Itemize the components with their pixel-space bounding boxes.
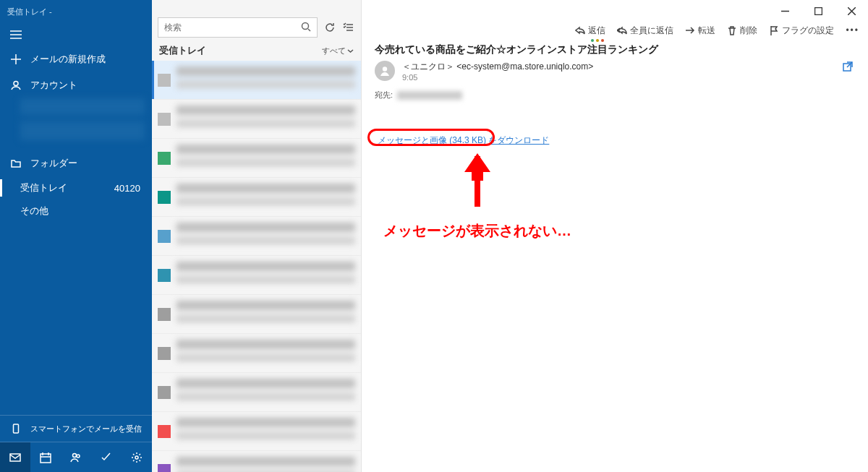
nav-settings[interactable] [122,442,152,473]
filter-label: すべて [322,46,346,56]
download-message-link[interactable]: メッセージと画像 (34.3 KB) をダウンロード [378,135,549,145]
message-time: 9:05 [402,73,835,82]
message-preview-redacted [176,457,355,473]
sender-avatar-square [158,425,171,438]
sender-avatar-square [158,230,171,243]
message-list[interactable] [152,61,361,472]
list-header: 受信トレイ [159,44,206,57]
folders-label: フォルダー [30,157,77,170]
person-icon [10,80,22,91]
message-preview-redacted [176,418,355,445]
annotation-arrow [456,149,499,221]
message-list-item[interactable] [152,256,361,295]
svg-rect-8 [814,7,822,14]
account-header[interactable]: アカウント [0,72,152,98]
chevron-down-icon [347,48,354,54]
promo-label: スマートフォンでメールを受信 [30,424,142,434]
message-list-item[interactable] [152,178,361,217]
sender-avatar [375,61,395,81]
sidebar-footer [0,442,152,472]
message-preview-redacted [176,262,355,289]
to-label: 宛先: [375,90,393,100]
sender-avatar-square [158,191,171,204]
window-title: 受信トレイ - [0,0,152,23]
nav-calendar[interactable] [30,442,61,473]
search-input[interactable] [164,22,301,33]
sender-avatar-square [158,308,171,321]
reply-button[interactable]: 返信 [575,25,605,37]
sender-avatar-square [158,386,171,399]
svg-point-7 [302,22,309,29]
reading-pane: 返信 全員に返信 転送 削除 フラグの設定 ••• 今売れている商品をご紹介☆オ… [362,0,868,472]
search-icon [301,22,311,34]
message-preview-redacted [176,184,355,211]
message-list-item[interactable] [152,100,361,139]
new-mail-label: メールの新規作成 [30,53,106,66]
refresh-button[interactable] [323,17,336,38]
svg-point-4 [73,453,77,457]
nav-todo[interactable] [91,442,122,473]
message-list-item[interactable] [152,373,361,412]
sidebar-item-inbox[interactable]: 受信トレイ 40120 [0,176,152,199]
window-minimize[interactable] [768,0,801,22]
message-preview-redacted [176,223,355,250]
plus-icon [10,53,22,65]
message-list-item[interactable] [152,412,361,451]
sender-avatar-square [158,347,171,360]
message-list-item[interactable] [152,217,361,256]
select-mode-button[interactable] [342,17,355,38]
promo-smartphone[interactable]: スマートフォンでメールを受信 [0,416,152,442]
account-details-redacted [20,98,145,140]
reply-all-button[interactable]: 全員に返信 [617,25,673,37]
message-preview-redacted [176,340,355,367]
sender-avatar-square [158,152,171,165]
folder-icon [10,158,22,169]
nav-people[interactable] [61,442,91,473]
message-list-item[interactable] [152,451,361,472]
svg-point-0 [14,82,18,86]
svg-point-9 [383,66,387,71]
flag-button[interactable]: フラグの設定 [769,25,834,37]
message-list-item[interactable] [152,61,361,100]
folders-header[interactable]: フォルダー [0,150,152,176]
sidebar: 受信トレイ - メールの新規作成 アカウント フォルダー 受信トレイ 40120… [0,0,152,472]
open-external-icon[interactable] [842,61,854,72]
svg-point-6 [135,456,138,459]
search-box[interactable] [158,17,318,38]
message-preview-redacted [176,106,355,133]
message-list-item[interactable] [152,139,361,178]
category-dots [591,39,604,42]
window-maximize[interactable] [801,0,835,22]
new-mail-button[interactable]: メールの新規作成 [0,46,152,72]
svg-rect-1 [14,424,19,433]
filter-dropdown[interactable]: すべて [322,46,354,56]
more-actions[interactable]: ••• [846,25,859,35]
sender-avatar-square [158,269,171,282]
phone-icon [10,423,22,434]
message-preview-redacted [176,379,355,406]
account-label: アカウント [30,79,77,92]
nav-mail[interactable] [0,442,30,473]
to-value-redacted [397,91,462,100]
menu-button[interactable] [0,23,152,46]
message-preview-redacted [176,66,355,94]
sender-avatar-square [158,464,171,473]
message-list-item[interactable] [152,295,361,334]
sender-avatar-square [158,74,171,87]
sender-name: ＜ユニクロ＞ <ec-system@ma.store.uniqlo.com> [402,61,835,73]
window-close[interactable] [835,0,868,22]
inbox-label: 受信トレイ [20,181,67,194]
message-preview-redacted [176,301,355,328]
sidebar-item-other[interactable]: その他 [0,199,152,223]
hamburger-icon [10,30,22,39]
svg-point-5 [77,455,80,458]
inbox-count: 40120 [114,183,140,194]
sender-avatar-square [158,113,171,126]
other-label: その他 [20,205,48,218]
message-list-item[interactable] [152,334,361,373]
delete-button[interactable]: 削除 [727,25,757,37]
svg-rect-3 [41,454,51,463]
message-list-pane: 受信トレイ すべて [152,0,362,472]
annotation-text: メッセージが表示されない… [383,221,571,241]
forward-button[interactable]: 転送 [685,25,715,37]
